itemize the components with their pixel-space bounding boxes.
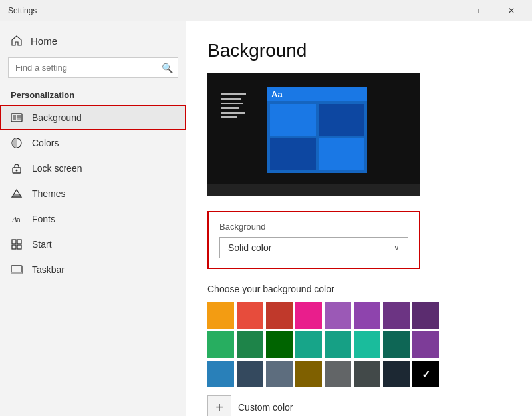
color-swatch[interactable] xyxy=(325,302,351,329)
sidebar-item-background[interactable]: Background xyxy=(0,105,186,130)
background-icon xyxy=(11,112,23,124)
sidebar-item-fonts[interactable]: A a Fonts xyxy=(0,206,186,232)
svg-point-6 xyxy=(16,170,18,172)
minimize-button[interactable]: — xyxy=(435,0,466,21)
close-button[interactable]: ✕ xyxy=(496,0,527,21)
preview-line-3 xyxy=(221,103,243,104)
color-swatch[interactable] xyxy=(295,302,322,329)
sidebar-item-colors[interactable]: Colors xyxy=(0,130,186,156)
search-input[interactable] xyxy=(8,57,178,78)
chevron-down-icon: ∨ xyxy=(394,243,400,252)
color-swatch[interactable] xyxy=(266,302,293,329)
sidebar-section-title: Personalization xyxy=(0,86,186,105)
svg-rect-11 xyxy=(17,240,21,244)
color-swatch[interactable] xyxy=(412,361,439,387)
title-bar: Settings — □ ✕ xyxy=(0,0,532,21)
color-swatch[interactable] xyxy=(207,331,234,358)
color-swatch[interactable] xyxy=(383,302,410,329)
color-swatch[interactable] xyxy=(325,331,351,358)
sidebar-item-fonts-label: Fonts xyxy=(32,214,55,224)
search-box: 🔍 xyxy=(8,57,178,78)
custom-color-label: Custom color xyxy=(238,402,293,413)
color-swatch[interactable] xyxy=(412,302,439,329)
preview-line-5 xyxy=(221,112,245,114)
svg-rect-13 xyxy=(17,245,21,249)
preview-line-2 xyxy=(221,98,241,100)
sidebar-item-taskbar[interactable]: Taskbar xyxy=(0,257,186,282)
svg-rect-3 xyxy=(17,118,21,120)
color-swatch[interactable] xyxy=(237,361,263,387)
preview-monitor: Aa xyxy=(207,73,420,196)
background-dropdown[interactable]: Solid color ∨ xyxy=(219,237,408,258)
maximize-button[interactable]: □ xyxy=(466,0,496,21)
content-area: Background Aa xyxy=(186,21,532,416)
svg-rect-15 xyxy=(11,272,22,274)
app-title: Settings xyxy=(8,6,37,15)
sidebar-item-colors-label: Colors xyxy=(32,138,59,148)
color-swatch[interactable] xyxy=(237,331,263,358)
color-swatch[interactable] xyxy=(237,302,263,329)
color-swatch[interactable] xyxy=(295,361,322,387)
search-icon: 🔍 xyxy=(162,63,173,73)
sidebar-item-home[interactable]: Home xyxy=(0,28,186,53)
preview-window-titlebar: Aa xyxy=(267,87,367,101)
preview-lines xyxy=(221,93,246,118)
preview-tile-1 xyxy=(270,104,316,136)
colors-icon xyxy=(11,137,23,149)
preview-line-4 xyxy=(221,107,239,109)
window-controls: — □ ✕ xyxy=(435,0,527,21)
custom-color-plus-button[interactable]: + xyxy=(207,395,231,416)
preview-taskbar xyxy=(207,184,420,196)
color-swatch[interactable] xyxy=(207,361,234,387)
background-section: Background Solid color ∨ xyxy=(207,211,420,269)
lock-screen-icon xyxy=(11,162,23,174)
color-swatch[interactable] xyxy=(266,331,293,358)
background-section-label: Background xyxy=(219,222,408,232)
svg-rect-12 xyxy=(12,245,16,249)
themes-icon xyxy=(11,188,23,200)
sidebar-item-lock-screen-label: Lock screen xyxy=(32,163,82,174)
color-section-label: Choose your background color xyxy=(207,284,511,294)
svg-rect-10 xyxy=(12,240,16,244)
home-icon xyxy=(11,35,23,47)
start-icon xyxy=(11,238,23,250)
color-swatch[interactable] xyxy=(412,331,439,358)
preview-tile-2 xyxy=(319,104,364,136)
svg-rect-1 xyxy=(13,115,16,120)
preview-window-aa-text: Aa xyxy=(271,89,283,99)
preview-window-body xyxy=(267,101,367,173)
color-swatch[interactable] xyxy=(295,331,322,358)
taskbar-icon xyxy=(11,264,23,276)
preview-line-6 xyxy=(221,116,237,118)
page-title: Background xyxy=(207,40,511,61)
fonts-icon: A a xyxy=(11,213,23,225)
color-swatch[interactable] xyxy=(266,361,293,387)
sidebar-item-taskbar-label: Taskbar xyxy=(32,264,65,275)
background-dropdown-value: Solid color xyxy=(228,242,271,253)
custom-color-row[interactable]: + Custom color xyxy=(207,395,511,416)
preview-line-1 xyxy=(221,93,246,95)
color-swatch[interactable] xyxy=(354,361,380,387)
color-swatch[interactable] xyxy=(354,331,380,358)
color-swatch[interactable] xyxy=(325,361,351,387)
color-swatch[interactable] xyxy=(354,302,380,329)
color-swatch[interactable] xyxy=(207,302,234,329)
preview-tile-3 xyxy=(270,138,316,170)
sidebar-item-start[interactable]: Start xyxy=(0,232,186,257)
sidebar-item-themes[interactable]: Themes xyxy=(0,181,186,206)
background-preview: Aa xyxy=(207,73,420,196)
sidebar-item-start-label: Start xyxy=(32,239,52,250)
preview-tile-4 xyxy=(319,138,364,170)
home-label: Home xyxy=(31,35,57,47)
sidebar-item-lock-screen[interactable]: Lock screen xyxy=(0,156,186,181)
sidebar-item-background-label: Background xyxy=(32,112,82,123)
color-swatch[interactable] xyxy=(383,331,410,358)
preview-window: Aa xyxy=(267,87,367,173)
svg-rect-2 xyxy=(17,115,21,118)
color-swatch[interactable] xyxy=(383,361,410,387)
app-body: Home 🔍 Personalization Background xyxy=(0,21,532,416)
color-grid xyxy=(207,302,511,387)
sidebar: Home 🔍 Personalization Background xyxy=(0,21,186,416)
sidebar-item-themes-label: Themes xyxy=(32,188,66,199)
svg-text:a: a xyxy=(17,216,21,224)
